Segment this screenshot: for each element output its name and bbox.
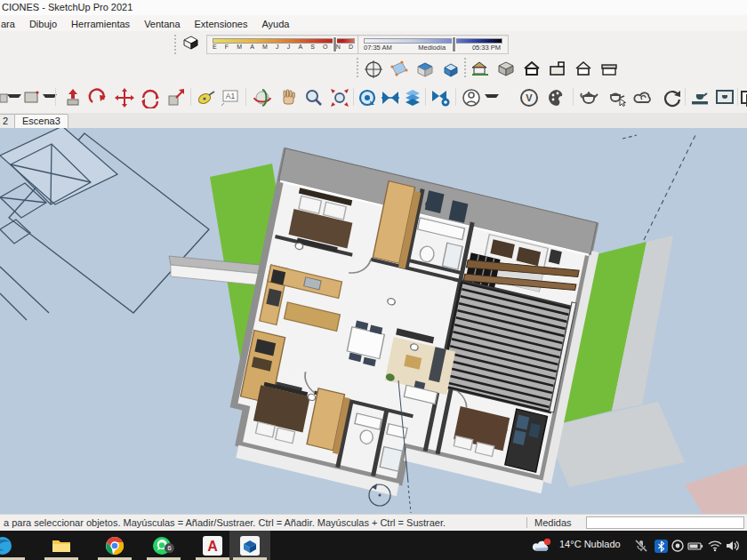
vray-asset-editor-icon[interactable] <box>546 86 567 109</box>
whatsapp-badge: 6 <box>165 543 174 553</box>
push-pull-tool-icon[interactable] <box>62 86 84 109</box>
move-tool-icon[interactable] <box>114 86 135 109</box>
mic-muted-tray-icon[interactable] <box>633 535 649 556</box>
tape-measure-tool-icon[interactable] <box>196 86 217 109</box>
sketchup-icon[interactable] <box>239 535 261 556</box>
menu-herramientas[interactable]: Herramientas <box>64 17 137 29</box>
month-tick: A <box>250 44 254 50</box>
month-tick: E <box>213 44 217 50</box>
rotate-tool-icon[interactable] <box>140 86 161 109</box>
zoom-tool-icon[interactable] <box>303 86 325 109</box>
bluetooth-tray-icon[interactable] <box>654 535 668 556</box>
menubar: araDibujoHerramientasVentanaExtensionesA… <box>0 15 747 31</box>
menu-camera[interactable]: ara <box>0 17 22 29</box>
svg-text:A1: A1 <box>226 92 236 100</box>
month-tick: S <box>310 44 315 50</box>
viewport[interactable] <box>0 128 747 514</box>
month-tick: N <box>336 44 341 50</box>
menu-ayuda[interactable]: Ayuda <box>254 17 296 29</box>
section-views-toolbar <box>0 54 747 84</box>
month-tick: J <box>287 44 291 50</box>
date-slider-months: EFMAMJJASOND <box>213 44 353 50</box>
toggle-shadows-icon[interactable] <box>180 31 201 54</box>
vray-logo-icon[interactable]: V <box>518 86 540 109</box>
paint-dropdown-caret[interactable] <box>7 94 21 107</box>
render-viewport-icon[interactable] <box>689 86 711 109</box>
zoom-extents-tool-icon[interactable] <box>329 86 350 109</box>
plugin-layers-icon[interactable] <box>402 86 423 109</box>
component-person-icon[interactable] <box>461 86 482 109</box>
view-top-icon[interactable] <box>547 57 568 82</box>
follow-me-tool-icon[interactable] <box>88 86 109 109</box>
scene-tabs: 2 Escena3 <box>0 113 747 129</box>
batch-render-icon[interactable] <box>740 86 747 109</box>
time-start: 07:35 AM <box>364 44 392 52</box>
weather-text[interactable]: 14°C Nublado <box>559 539 621 549</box>
month-tick: O <box>323 44 327 50</box>
view-right-icon[interactable] <box>598 57 620 82</box>
plugin-section-cut-icon[interactable] <box>380 86 401 109</box>
time-end: 05:33 PM <box>472 44 501 52</box>
time-noon: Mediodía <box>418 44 446 52</box>
display-section-fill-icon[interactable] <box>440 57 462 82</box>
viewport-3d-model[interactable] <box>0 128 747 514</box>
toolbar-drag-handle[interactable] <box>174 35 176 54</box>
svg-text:A: A <box>207 539 218 554</box>
vray-render-icon[interactable] <box>578 86 599 109</box>
section-plane-tool-icon[interactable] <box>363 57 384 82</box>
sketchup-taskbar-tile[interactable] <box>229 531 270 560</box>
file-explorer-icon[interactable] <box>51 535 72 556</box>
record-tray-icon[interactable] <box>670 535 686 556</box>
taskbar: 6 A 14°C Nublado <box>0 531 747 560</box>
toolbar-separator <box>573 88 574 106</box>
menu-ventana[interactable]: Ventana <box>137 17 187 29</box>
chaos-cloud-icon[interactable] <box>633 86 655 109</box>
toolbar-drag-handle[interactable] <box>357 58 358 77</box>
window-title: CIONES - SketchUp Pro 2021 <box>2 2 133 12</box>
edge-icon[interactable] <box>0 535 13 556</box>
chrome-icon[interactable] <box>104 535 125 556</box>
toolbar-separator <box>425 88 426 106</box>
month-tick: A <box>298 44 302 50</box>
wifi-tray-icon[interactable] <box>707 535 723 556</box>
pan-tool-icon[interactable] <box>277 86 299 109</box>
toolbar-separator <box>455 88 456 106</box>
orbit-tool-icon[interactable] <box>252 86 273 109</box>
toolbar-drag-handle[interactable] <box>464 58 466 77</box>
view-iso-icon[interactable] <box>470 57 491 82</box>
autocad-icon[interactable]: A <box>202 535 223 556</box>
view-back-icon[interactable] <box>495 57 517 82</box>
plugin-section-target-icon[interactable] <box>357 86 378 109</box>
rectangle-tool-icon[interactable] <box>21 86 43 109</box>
person-dropdown-caret[interactable] <box>485 94 499 107</box>
scale-tool-icon[interactable] <box>165 86 187 109</box>
month-tick: J <box>276 44 279 50</box>
measurements-input[interactable] <box>586 516 744 529</box>
shadow-time-slider[interactable]: 07:35 AM Mediodía 05:33 PM <box>357 35 509 54</box>
volume-tray-icon[interactable] <box>724 535 742 556</box>
toolbar-separator <box>190 88 191 106</box>
vray-interactive-render-icon[interactable] <box>606 86 628 109</box>
month-tick: M <box>237 44 242 50</box>
tab-escena3[interactable]: Escena3 <box>14 114 68 129</box>
menu-extensiones[interactable]: Extensiones <box>188 17 255 29</box>
menu-dibujo[interactable]: Dibujo <box>22 17 64 29</box>
svg-text:V: V <box>526 92 533 103</box>
display-section-cuts-icon[interactable] <box>414 57 436 82</box>
display-section-plane-icon[interactable] <box>389 57 410 82</box>
main-toolbar: A1 V <box>0 84 747 114</box>
battery-tray-icon[interactable] <box>687 535 704 556</box>
weather-icon[interactable] <box>531 535 552 556</box>
statusbar: a para seleccionar objetos. Mayúsculas =… <box>0 514 747 532</box>
vray-update-icon[interactable] <box>662 86 683 109</box>
toolbar-separator <box>737 88 738 106</box>
shadow-date-slider[interactable]: EFMAMJJASOND <box>206 35 361 54</box>
frame-buffer-icon[interactable] <box>714 86 735 109</box>
plugin-section-settings-icon[interactable] <box>430 86 452 109</box>
view-left-icon[interactable] <box>573 57 594 82</box>
dimension-tool-icon[interactable]: A1 <box>220 86 241 109</box>
toolbar-separator <box>685 88 686 106</box>
status-separator <box>526 517 527 528</box>
view-front-icon[interactable] <box>521 57 542 82</box>
month-tick: M <box>262 44 268 50</box>
